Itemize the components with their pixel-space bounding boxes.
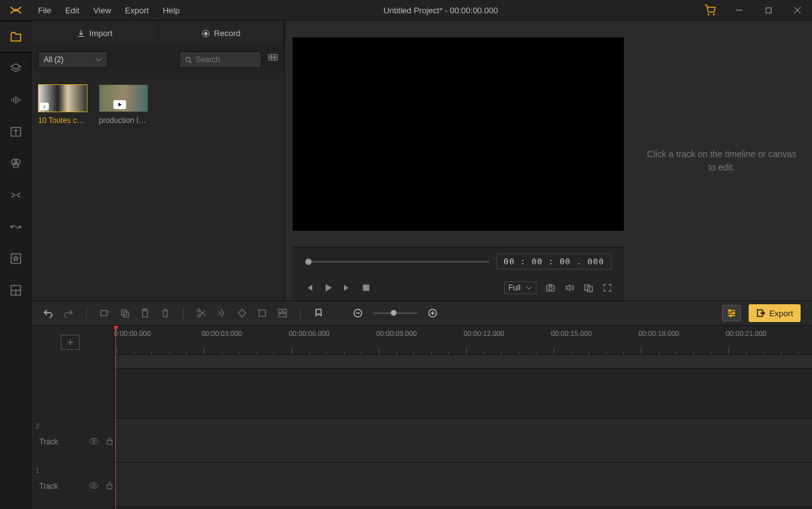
export-label: Export [769, 309, 793, 318]
delete-button[interactable] [160, 308, 170, 318]
menu-help[interactable]: Help [156, 2, 186, 19]
track-lane[interactable] [114, 463, 812, 507]
speed-button[interactable] [217, 308, 227, 318]
prev-frame-button[interactable] [304, 283, 314, 293]
maximize-button[interactable] [754, 0, 783, 21]
zoom-slider[interactable] [373, 312, 417, 314]
scrubber-handle[interactable] [305, 259, 312, 265]
media-filter-dropdown[interactable]: All (2) [38, 51, 108, 68]
zoom-out-button[interactable] [353, 308, 363, 318]
track-lock-icon[interactable] [105, 481, 114, 492]
paste-button[interactable] [140, 308, 150, 318]
copy-button[interactable] [120, 308, 130, 318]
rail-text-icon[interactable] [0, 116, 32, 148]
svg-rect-28 [269, 58, 271, 60]
preview-canvas[interactable] [293, 37, 624, 231]
video-badge-icon [113, 100, 126, 109]
add-track-button[interactable] [61, 335, 80, 350]
ruler-label: 00:00:18.000 [638, 330, 679, 337]
svg-rect-29 [272, 58, 274, 60]
svg-rect-36 [101, 311, 107, 316]
rail-layers-icon[interactable] [0, 53, 32, 84]
track-lane[interactable] [114, 418, 812, 463]
zoom-handle[interactable] [391, 310, 396, 316]
ruler-label: 00:00:12.000 [464, 330, 504, 337]
zoom-in-button[interactable] [428, 308, 438, 318]
view-grid-icon[interactable] [268, 54, 278, 66]
timeline-tracks-area[interactable]: 0:00:00.00000:00:03.00000:00:06.00000:00… [114, 326, 812, 509]
titlebar: File Edit View Export Help Untitled Proj… [0, 0, 812, 21]
media-panel: Import Record All (2) [32, 21, 285, 300]
stop-button[interactable] [361, 283, 371, 293]
ruler-label: 00:00:03.000 [201, 330, 242, 337]
inspector-panel: Click a track on the timeline or canvas … [631, 21, 812, 300]
grid-button[interactable] [277, 308, 288, 318]
track-header[interactable]: 1 Track [32, 464, 114, 508]
track-number: 2 [35, 422, 39, 430]
export-button[interactable]: Export [749, 304, 801, 322]
crop-button[interactable] [257, 308, 267, 318]
resolution-dropdown[interactable]: Full [504, 281, 536, 294]
timeline-ruler[interactable]: 0:00:00.00000:00:03.00000:00:06.00000:00… [114, 326, 812, 355]
search-input[interactable] [196, 55, 256, 64]
menu-export[interactable]: Export [118, 2, 155, 19]
inspector-hint: Click a track on the timeline or canvas … [644, 148, 799, 174]
minimize-button[interactable] [725, 0, 754, 21]
track-visibility-icon[interactable] [89, 436, 99, 448]
rail-split-icon[interactable] [0, 274, 32, 306]
svg-point-41 [198, 309, 200, 312]
svg-point-13 [15, 159, 20, 164]
timeline-settings-button[interactable] [722, 305, 741, 321]
ruler-label: 0:00:00.000 [114, 330, 151, 337]
media-thumb[interactable] [99, 84, 148, 112]
split-button[interactable] [196, 308, 206, 318]
marker-lane[interactable] [114, 355, 812, 369]
rail-elements-icon[interactable] [0, 243, 32, 274]
svg-point-55 [729, 310, 731, 312]
timeline: 2 Track 1 Track 0:00:00.00000:00:03.0000… [32, 326, 812, 509]
next-frame-button[interactable] [342, 283, 352, 293]
undo-button[interactable] [43, 308, 53, 318]
menu-file[interactable]: File [32, 2, 58, 19]
media-search[interactable] [179, 51, 262, 68]
marker-button[interactable] [314, 308, 324, 318]
rail-filters-icon[interactable] [0, 148, 32, 179]
play-button[interactable] [323, 283, 333, 293]
playhead[interactable] [115, 326, 116, 509]
rail-effects-icon[interactable] [0, 211, 32, 243]
empty-lane[interactable] [114, 369, 812, 418]
snapshot-icon[interactable] [545, 283, 555, 293]
svg-rect-3 [766, 8, 771, 13]
fullscreen-icon[interactable] [602, 283, 612, 293]
media-item[interactable]: ♪ 10 Toutes c… [38, 84, 87, 125]
add-clip-button[interactable] [99, 308, 110, 318]
svg-rect-30 [275, 58, 277, 60]
preview-scrubber[interactable] [305, 261, 489, 262]
rail-audio-icon[interactable] [0, 84, 32, 116]
svg-point-14 [13, 162, 18, 167]
media-item[interactable]: production I… [99, 84, 148, 125]
keyframe-button[interactable] [237, 308, 247, 318]
track-visibility-icon[interactable] [89, 480, 99, 493]
compare-icon[interactable] [583, 283, 593, 293]
rail-transitions-icon[interactable] [0, 179, 32, 211]
svg-rect-37 [122, 310, 127, 315]
redo-button[interactable] [63, 308, 73, 318]
resolution-value: Full [509, 283, 521, 292]
track-number: 1 [35, 467, 39, 474]
record-tab[interactable]: Record [158, 21, 285, 46]
media-thumb[interactable]: ♪ [38, 84, 87, 112]
import-tab[interactable]: Import [32, 21, 158, 46]
volume-icon[interactable] [564, 283, 574, 293]
import-label: Import [89, 29, 113, 38]
svg-rect-31 [363, 285, 369, 291]
shop-icon[interactable] [695, 0, 725, 21]
rail-media-icon[interactable] [0, 21, 32, 53]
svg-point-0 [708, 14, 709, 15]
menu-edit[interactable]: Edit [59, 2, 86, 19]
close-button[interactable] [783, 0, 812, 21]
track-lock-icon[interactable] [105, 437, 114, 448]
menu-view[interactable]: View [87, 2, 117, 19]
media-item-name: production I… [99, 116, 148, 125]
track-header[interactable]: 2 Track [32, 420, 114, 464]
